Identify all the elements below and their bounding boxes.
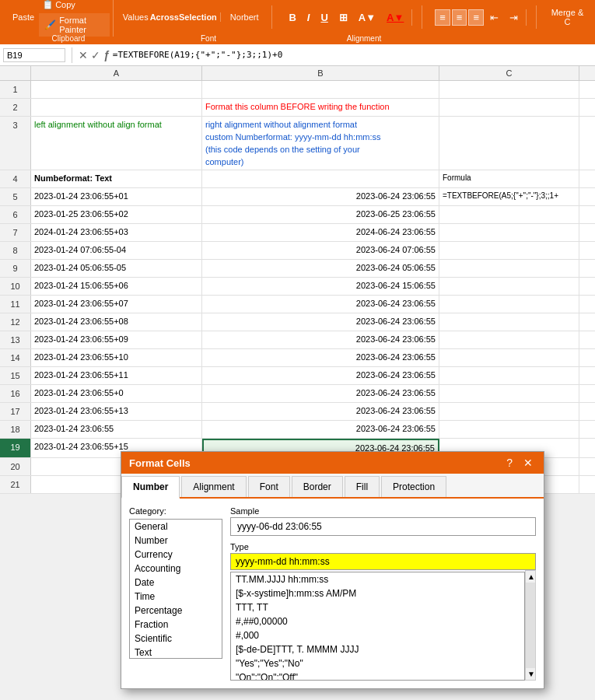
- cell-c[interactable]: [439, 278, 579, 295]
- cell-c[interactable]: =TEXTBEFORE(A5;{"+";"-"};3;;1+: [439, 188, 579, 205]
- cell-b[interactable]: 2024-06-24 23:06:55: [202, 224, 439, 241]
- cell-c[interactable]: [439, 224, 579, 241]
- category-item-date[interactable]: Date: [130, 576, 222, 590]
- cell-a[interactable]: 2023-01-24 23:06:55+10: [31, 349, 202, 366]
- confirm-icon[interactable]: ✓: [91, 49, 100, 61]
- cell-c[interactable]: [439, 117, 579, 170]
- cell-c[interactable]: [439, 349, 579, 366]
- type-input[interactable]: [230, 553, 536, 570]
- cell-c[interactable]: [439, 313, 579, 331]
- align-left-button[interactable]: ≡: [435, 9, 450, 26]
- table-row[interactable]: 4Numbeformat: TextFormula: [0, 170, 595, 188]
- category-item-percentage[interactable]: Percentage: [130, 604, 222, 618]
- cell-c[interactable]: [439, 260, 579, 277]
- cell-b[interactable]: 2023-06-24 23:06:55: [202, 349, 439, 366]
- category-list[interactable]: GeneralNumberCurrencyAccountingDateTimeP…: [129, 519, 222, 659]
- type-list[interactable]: TT.MM.JJJJ hh:mm:ss[$-x-systime]h:mm:ss …: [230, 572, 525, 681]
- dialog-tab-protection[interactable]: Protection: [381, 476, 446, 497]
- indent-increase-button[interactable]: ⇥: [505, 9, 523, 26]
- table-row[interactable]: 52023-01-24 23:06:55+012023-06-24 23:06:…: [0, 188, 595, 206]
- cell-a[interactable]: Numbeformat: Text: [31, 170, 202, 187]
- cell-b[interactable]: 2023-06-24 23:06:55: [202, 367, 439, 384]
- type-item[interactable]: TTT, TT: [231, 600, 524, 614]
- format-painter-button[interactable]: 🖌️ Format Painter: [39, 13, 110, 37]
- table-row[interactable]: 1: [0, 81, 595, 99]
- dialog-tab-border[interactable]: Border: [292, 476, 343, 497]
- cell-b[interactable]: Format this column BEFORE writing the fu…: [202, 99, 439, 116]
- table-row[interactable]: 142023-01-24 23:06:55+102023-06-24 23:06…: [0, 349, 595, 367]
- cell-a[interactable]: 2023-01-24 23:06:55+08: [31, 313, 202, 331]
- cell-c[interactable]: [439, 403, 579, 420]
- scrollbar-down[interactable]: ▼: [526, 668, 535, 680]
- cell-b[interactable]: 2023-06-24 23:06:55: [202, 421, 439, 438]
- category-item-text[interactable]: Text: [130, 646, 222, 659]
- cancel-icon[interactable]: ✕: [79, 49, 88, 61]
- dialog-tab-alignment[interactable]: Alignment: [181, 476, 246, 497]
- cell-a[interactable]: [31, 99, 202, 116]
- cell-c[interactable]: [439, 385, 579, 402]
- cell-b[interactable]: 2023-06-24 15:06:55: [202, 278, 439, 295]
- table-row[interactable]: 102023-01-24 15:06:55+062023-06-24 15:06…: [0, 278, 595, 296]
- type-item[interactable]: #,##0,00000: [231, 614, 524, 628]
- copy-button[interactable]: 📋 Copy: [39, 0, 110, 12]
- cell-b[interactable]: 2023-06-24 23:06:55: [202, 188, 439, 205]
- cell-b[interactable]: [202, 81, 439, 98]
- italic-button[interactable]: I: [303, 9, 315, 26]
- cell-c[interactable]: [439, 242, 579, 259]
- cell-b[interactable]: 2023-06-24 23:06:55: [202, 331, 439, 348]
- cell-b[interactable]: 2023-06-24 23:06:55: [202, 403, 439, 420]
- scrollbar-up[interactable]: ▲: [526, 571, 535, 583]
- type-item[interactable]: [$-x-systime]h:mm:ss AM/PM: [231, 586, 524, 600]
- cell-a[interactable]: 2023-01-24 23:06:55+11: [31, 367, 202, 384]
- formula-input[interactable]: [113, 50, 592, 60]
- dialog-tab-fill[interactable]: Fill: [345, 476, 380, 497]
- category-item-general[interactable]: General: [130, 520, 222, 534]
- table-row[interactable]: 112023-01-24 23:06:55+072023-06-24 23:06…: [0, 296, 595, 313]
- cell-b[interactable]: 2023-06-24 23:06:55: [202, 296, 439, 313]
- align-center-button[interactable]: ≡: [452, 9, 467, 26]
- cell-b[interactable]: 2023-06-24 05:06:55: [202, 260, 439, 277]
- cell-b[interactable]: 2023-06-24 07:06:55: [202, 242, 439, 259]
- dialog-tab-number[interactable]: Number: [121, 476, 180, 499]
- indent-decrease-button[interactable]: ⇤: [485, 9, 503, 26]
- category-item-currency[interactable]: Currency: [130, 548, 222, 562]
- cell-a[interactable]: 2023-01-25 23:06:55+02: [31, 206, 202, 223]
- cell-a[interactable]: 2023-01-24 23:06:55+13: [31, 403, 202, 420]
- bold-button[interactable]: B: [284, 9, 300, 26]
- type-item[interactable]: "Yes";"Yes";"No": [231, 656, 524, 670]
- table-row[interactable]: 2Format this column BEFORE writing the f…: [0, 99, 595, 117]
- cell-a[interactable]: 2023-01-24 23:06:55: [31, 421, 202, 438]
- type-item[interactable]: [$-de-DE]TTT, T. MMMM JJJJ: [231, 642, 524, 656]
- table-row[interactable]: 132023-01-24 23:06:55+092023-06-24 23:06…: [0, 331, 595, 349]
- cell-c[interactable]: [439, 99, 579, 116]
- cell-b[interactable]: [202, 170, 439, 187]
- cell-a[interactable]: left alignment without align format: [31, 117, 202, 170]
- cell-a[interactable]: 2023-01-24 15:06:55+06: [31, 278, 202, 295]
- cell-b[interactable]: 2023-06-25 23:06:55: [202, 206, 439, 223]
- cell-b[interactable]: 2023-06-24 23:06:55: [202, 313, 439, 331]
- align-right-button[interactable]: ≡: [468, 9, 484, 26]
- cell-b[interactable]: 2023-06-24 23:06:55: [202, 385, 439, 402]
- category-item-accounting[interactable]: Accounting: [130, 562, 222, 576]
- table-row[interactable]: 162023-01-24 23:06:55+02023-06-24 23:06:…: [0, 385, 595, 403]
- cell-c[interactable]: Formula: [439, 170, 579, 187]
- cell-c[interactable]: [439, 331, 579, 348]
- dialog-tab-font[interactable]: Font: [248, 476, 290, 497]
- merge-button[interactable]: Merge & C: [546, 6, 589, 28]
- type-item[interactable]: "On";"On";"Off": [231, 670, 524, 681]
- cell-a[interactable]: 2023-01-24 07:06:55-04: [31, 242, 202, 259]
- category-item-number[interactable]: Number: [130, 534, 222, 548]
- fill-color-button[interactable]: A▼: [354, 9, 380, 26]
- cell-a[interactable]: 2023-01-24 23:06:55+0: [31, 385, 202, 402]
- table-row[interactable]: 172023-01-24 23:06:55+132023-06-24 23:06…: [0, 403, 595, 421]
- table-row[interactable]: 122023-01-24 23:06:55+082023-06-24 23:06…: [0, 313, 595, 331]
- dialog-help-button[interactable]: ?: [503, 457, 516, 469]
- scrollbar-track[interactable]: [526, 583, 535, 668]
- border-button[interactable]: ⊞: [334, 9, 352, 26]
- cell-c[interactable]: [439, 206, 579, 223]
- category-item-time[interactable]: Time: [130, 590, 222, 604]
- paste-button[interactable]: Paste: [9, 11, 37, 23]
- cell-ref-input[interactable]: [3, 48, 65, 62]
- cell-a[interactable]: 2024-01-24 23:06:55+03: [31, 224, 202, 241]
- cell-c[interactable]: [439, 81, 579, 98]
